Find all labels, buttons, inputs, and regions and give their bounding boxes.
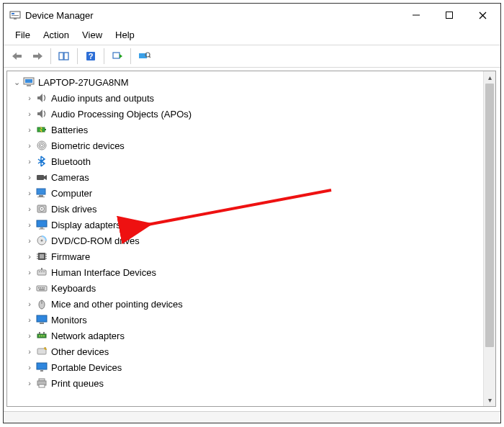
chevron-right-icon[interactable]: › (24, 204, 35, 214)
devices-and-printers-button[interactable] (135, 48, 153, 65)
svg-rect-1 (12, 13, 14, 14)
svg-rect-42 (39, 229, 45, 230)
maximize-button[interactable] (433, 4, 466, 26)
chevron-right-icon[interactable]: › (24, 125, 35, 135)
chevron-right-icon[interactable]: › (24, 156, 35, 166)
svg-point-73 (43, 336, 45, 337)
scroll-track[interactable] (484, 84, 495, 394)
chevron-down-icon[interactable]: ⌄ (12, 77, 22, 87)
tree-node-item-12[interactable]: ›Keyboards (12, 280, 482, 296)
tree-node-item-9[interactable]: ›DVD/CD-ROM drives (12, 233, 482, 248)
menu-file[interactable]: File (9, 28, 36, 42)
chevron-right-icon[interactable]: › (24, 331, 35, 341)
device-tree[interactable]: ⌄LAPTOP-27UGA8NM›Audio inputs and output… (7, 71, 483, 406)
tree-node-item-3[interactable]: ›Biometric devices (12, 138, 482, 153)
window-controls (400, 4, 499, 26)
svg-rect-11 (33, 55, 39, 58)
tree-node-item-1[interactable]: ›Audio Processing Objects (APOs) (12, 106, 482, 122)
svg-rect-40 (37, 220, 47, 227)
svg-rect-70 (43, 332, 45, 334)
tree-node-item-4[interactable]: ›Bluetooth (12, 153, 482, 169)
chevron-right-icon[interactable]: › (24, 362, 35, 372)
svg-rect-0 (10, 12, 20, 18)
tree-node-item-13[interactable]: ›Mice and other pointing devices (12, 296, 482, 312)
titlebar[interactable]: Device Manager (4, 4, 500, 27)
svg-rect-79 (37, 363, 47, 369)
tree-node-label: Mice and other pointing devices (51, 299, 183, 310)
tree-node-label: Portable Devices (51, 362, 122, 373)
vertical-scrollbar[interactable]: ▴ ▾ (483, 71, 495, 406)
tree-node-label: Biometric devices (51, 140, 125, 151)
tree-node-root[interactable]: ⌄LAPTOP-27UGA8NM (12, 74, 482, 90)
svg-rect-56 (41, 271, 42, 272)
chevron-right-icon[interactable]: › (24, 378, 35, 388)
show-hide-console-button[interactable] (55, 48, 73, 65)
scroll-down-button[interactable]: ▾ (484, 394, 495, 406)
chevron-right-icon[interactable]: › (24, 235, 35, 246)
chevron-right-icon[interactable]: › (24, 283, 35, 293)
svg-rect-32 (37, 175, 44, 180)
pc-icon (22, 76, 35, 89)
svg-point-31 (40, 144, 43, 147)
chevron-right-icon[interactable]: › (24, 315, 35, 325)
svg-rect-2 (12, 15, 19, 16)
device-tree-pane: ⌄LAPTOP-27UGA8NM›Audio inputs and output… (6, 71, 496, 407)
svg-rect-35 (39, 195, 43, 197)
scroll-up-button[interactable]: ▴ (484, 71, 495, 84)
chevron-right-icon[interactable]: › (24, 188, 35, 198)
fingerprint-icon (35, 139, 48, 152)
svg-text:?: ? (89, 52, 94, 60)
svg-rect-16 (113, 53, 120, 58)
tree-node-item-8[interactable]: ›Display adapters (12, 217, 482, 233)
tree-node-label: Print queues (51, 378, 104, 389)
tree-node-item-14[interactable]: ›Monitors (12, 312, 482, 328)
chevron-right-icon[interactable]: › (24, 172, 35, 182)
svg-line-20 (149, 56, 150, 58)
chevron-right-icon[interactable]: › (24, 93, 35, 103)
tree-node-item-10[interactable]: ›Firmware (12, 248, 482, 264)
chevron-right-icon[interactable]: › (24, 299, 35, 309)
network-icon (35, 329, 48, 342)
menu-action[interactable]: Action (37, 28, 75, 42)
svg-rect-12 (59, 53, 63, 60)
display-icon (35, 218, 48, 231)
tree-node-label: Firmware (51, 251, 90, 262)
svg-marker-33 (44, 175, 47, 180)
tree-node-item-5[interactable]: ›Cameras (12, 169, 482, 185)
chevron-right-icon[interactable]: › (24, 251, 35, 261)
menu-view[interactable]: View (76, 28, 108, 42)
svg-text:!: ! (45, 346, 46, 350)
other-icon: ! (35, 345, 48, 358)
minimize-button[interactable] (400, 4, 433, 26)
chevron-right-icon[interactable]: › (24, 109, 35, 119)
scroll-thumb[interactable] (485, 84, 494, 347)
menu-help[interactable]: Help (109, 28, 140, 42)
svg-point-72 (41, 336, 42, 337)
svg-rect-63 (39, 289, 45, 290)
tree-node-item-11[interactable]: ›Human Interface Devices (12, 264, 482, 280)
back-button[interactable] (8, 48, 27, 65)
tree-node-item-7[interactable]: ›Disk drives (12, 201, 482, 217)
tree-node-item-18[interactable]: ›Print queues (12, 375, 482, 391)
chevron-right-icon[interactable]: › (24, 140, 35, 150)
tree-node-item-15[interactable]: ›Network adapters (12, 328, 482, 343)
scan-hardware-button[interactable] (108, 48, 127, 65)
chevron-right-icon[interactable]: › (24, 346, 35, 356)
tree-node-item-6[interactable]: ›Computer (12, 185, 482, 201)
tree-node-label: Keyboards (51, 283, 96, 294)
chevron-right-icon[interactable]: › (24, 267, 35, 277)
close-button[interactable] (466, 4, 499, 26)
tree-node-item-2[interactable]: ›Batteries (12, 122, 482, 138)
tree-node-label: Audio Processing Objects (APOs) (51, 109, 192, 120)
help-button[interactable]: ? (81, 48, 100, 65)
svg-point-71 (39, 336, 40, 337)
svg-rect-61 (42, 287, 43, 289)
tree-node-item-16[interactable]: ›!Other devices (12, 343, 482, 359)
tree-node-label: Cameras (51, 172, 89, 183)
forward-button[interactable] (28, 48, 47, 65)
tree-node-item-0[interactable]: ›Audio inputs and outputs (12, 90, 482, 106)
svg-marker-17 (120, 54, 122, 58)
chevron-right-icon[interactable]: › (24, 220, 35, 230)
svg-rect-69 (39, 332, 40, 334)
tree-node-item-17[interactable]: ›Portable Devices (12, 359, 482, 375)
